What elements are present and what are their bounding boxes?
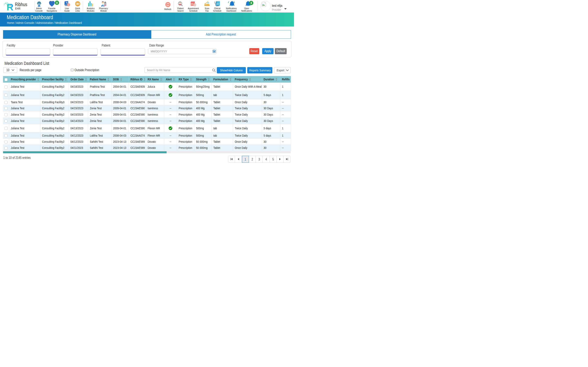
svg-text:4: 4 <box>251 1 252 4</box>
svg-text:BHUS: BHUS <box>7 5 11 7</box>
